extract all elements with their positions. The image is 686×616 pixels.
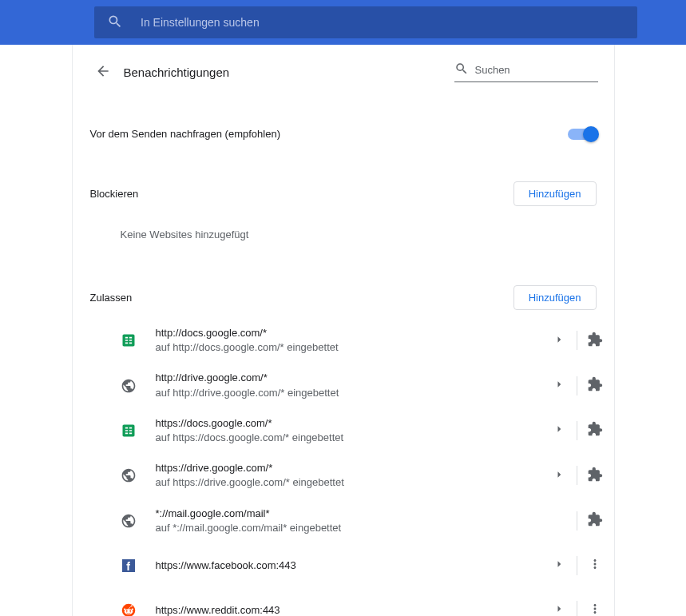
extension-indicator: [581, 416, 609, 445]
site-url: https://www.facebook.com:443: [156, 558, 545, 573]
svg-point-3: [129, 610, 131, 612]
arrow-left-icon: [95, 63, 111, 81]
row-actions: [545, 416, 609, 445]
sheets-icon: [121, 332, 137, 348]
settings-panel: Benachrichtigungen Vor dem Senden nachfr…: [72, 45, 615, 616]
separator: [577, 376, 577, 395]
row-actions: [545, 551, 609, 580]
extension-indicator: [581, 372, 609, 400]
site-info: https://drive.google.com/*auf https://dr…: [156, 461, 545, 490]
site-info: *://mail.google.com/mail*auf *://mail.go…: [156, 507, 545, 535]
site-row: http://drive.google.com/*auf http://driv…: [73, 363, 614, 407]
top-bar: In Einstellungen suchen: [0, 0, 686, 45]
site-sub: auf http://drive.google.com/* eingebette…: [156, 386, 545, 400]
section-header: Benachrichtigungen: [73, 45, 614, 93]
page-title: Benachrichtigungen: [124, 66, 454, 79]
block-section-header: Blockieren Hinzufügen: [73, 173, 614, 214]
more-actions-button[interactable]: [581, 551, 609, 580]
site-row: http://docs.google.com/*auf http://docs.…: [73, 318, 614, 363]
svg-point-4: [131, 608, 133, 610]
expand-button[interactable]: [545, 326, 573, 355]
expand-button[interactable]: [545, 551, 573, 580]
extension-indicator: [581, 461, 609, 490]
expand-button[interactable]: [545, 461, 573, 490]
global-search[interactable]: In Einstellungen suchen: [94, 6, 637, 38]
expand-button[interactable]: [545, 596, 573, 616]
extension-indicator: [581, 507, 609, 535]
extension-icon: [587, 421, 603, 439]
site-info: http://docs.google.com/*auf http://docs.…: [156, 326, 545, 355]
block-add-button[interactable]: Hinzufügen: [514, 181, 597, 206]
site-row: fhttps://www.facebook.com:443: [73, 543, 614, 588]
site-sub: auf https://docs.google.com/* eingebette…: [156, 431, 545, 445]
globe-icon: [121, 513, 137, 529]
row-actions: [545, 507, 609, 535]
separator: [577, 331, 577, 350]
globe-icon: [121, 467, 137, 483]
search-icon: [107, 14, 141, 32]
extension-icon: [587, 376, 603, 395]
allow-title: Zulassen: [90, 292, 514, 304]
row-actions: [545, 596, 609, 616]
site-url: https://www.reddit.com:443: [156, 603, 545, 616]
site-url: https://drive.google.com/*: [156, 461, 545, 475]
svg-point-5: [124, 608, 125, 610]
separator: [577, 421, 577, 440]
separator: [577, 511, 577, 531]
site-info: https://docs.google.com/*auf https://doc…: [156, 416, 545, 445]
expand-button[interactable]: [545, 416, 573, 445]
site-sub: auf *://mail.google.com/mail* eingebette…: [156, 521, 545, 535]
row-actions: [545, 372, 609, 400]
toggle-label: Vor dem Senden nachfragen (empfohlen): [90, 128, 568, 140]
site-url: http://drive.google.com/*: [156, 371, 545, 385]
more-vert-icon: [588, 557, 602, 574]
site-url: *://mail.google.com/mail*: [156, 507, 545, 521]
svg-point-2: [125, 610, 127, 612]
global-search-placeholder: In Einstellungen suchen: [141, 16, 260, 29]
separator: [577, 466, 577, 485]
reddit-icon: [121, 602, 137, 616]
chevron-right-icon: [552, 377, 566, 394]
search-icon: [454, 62, 475, 78]
site-url: https://docs.google.com/*: [156, 416, 545, 431]
site-info: https://www.reddit.com:443: [156, 603, 545, 616]
chevron-right-icon: [552, 422, 566, 439]
chevron-right-icon: [552, 557, 566, 574]
sheets-icon: [121, 423, 137, 439]
site-row: https://www.reddit.com:443: [73, 588, 614, 616]
allow-add-button[interactable]: Hinzufügen: [514, 285, 597, 310]
block-title: Blockieren: [90, 188, 514, 200]
site-sub: auf https://drive.google.com/* eingebett…: [156, 475, 545, 490]
more-vert-icon: [588, 602, 602, 616]
back-button[interactable]: [89, 58, 117, 86]
allow-section-header: Zulassen Hinzufügen: [73, 277, 614, 318]
separator: [577, 601, 577, 616]
site-info: https://www.facebook.com:443: [156, 558, 545, 573]
block-empty-text: Keine Websites hinzugefügt: [73, 214, 614, 255]
site-row: https://docs.google.com/*auf https://doc…: [73, 408, 614, 453]
site-row: https://drive.google.com/*auf https://dr…: [73, 453, 614, 498]
extension-indicator: [581, 326, 609, 355]
more-actions-button[interactable]: [581, 596, 609, 616]
chevron-right-icon: [552, 467, 566, 484]
chevron-right-icon: [552, 332, 566, 349]
separator: [577, 556, 577, 575]
local-search-input[interactable]: [475, 64, 598, 76]
globe-icon: [121, 378, 137, 394]
chevron-right-icon: [552, 602, 566, 616]
ask-before-send-row: Vor dem Senden nachfragen (empfohlen): [73, 117, 614, 151]
extension-icon: [587, 467, 603, 485]
site-row: *://mail.google.com/mail*auf *://mail.go…: [73, 499, 614, 543]
site-info: http://drive.google.com/*auf http://driv…: [156, 371, 545, 399]
ask-before-send-toggle[interactable]: [568, 129, 597, 140]
local-search[interactable]: [454, 62, 598, 82]
site-url: http://docs.google.com/*: [156, 326, 545, 340]
allow-list: http://docs.google.com/*auf http://docs.…: [73, 318, 614, 616]
extension-icon: [587, 332, 603, 350]
expand-button[interactable]: [545, 372, 573, 400]
extension-icon: [587, 511, 603, 530]
row-actions: [545, 461, 609, 490]
facebook-icon: f: [121, 558, 137, 574]
site-sub: auf http://docs.google.com/* eingebettet: [156, 340, 545, 355]
row-actions: [545, 326, 609, 355]
